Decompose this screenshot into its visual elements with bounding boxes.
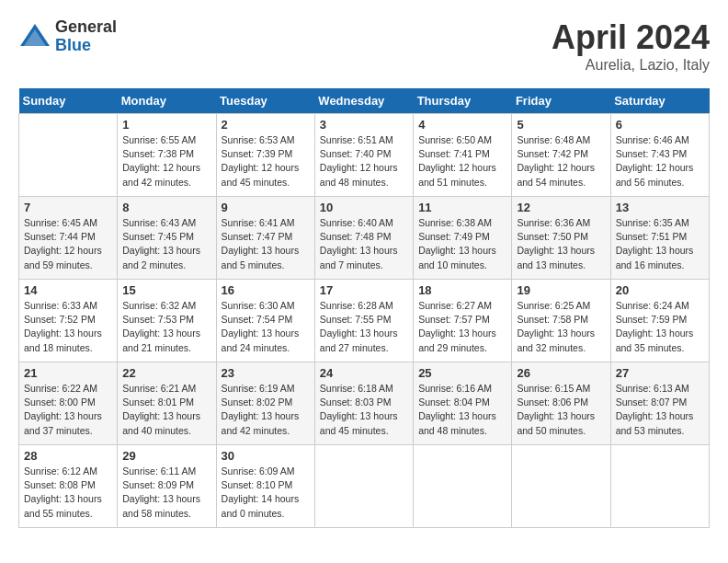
calendar-header-row: SundayMondayTuesdayWednesdayThursdayFrid… [19, 88, 710, 114]
column-header-saturday: Saturday [610, 88, 709, 114]
day-number: 26 [517, 366, 605, 380]
calendar-cell: 24Sunrise: 6:18 AMSunset: 8:03 PMDayligh… [314, 362, 413, 445]
day-number: 6 [616, 118, 704, 132]
calendar-cell: 2Sunrise: 6:53 AMSunset: 7:39 PMDaylight… [216, 114, 314, 197]
day-info: Sunrise: 6:40 AMSunset: 7:48 PMDaylight:… [320, 216, 408, 272]
day-info: Sunrise: 6:22 AMSunset: 8:00 PMDaylight:… [24, 382, 112, 438]
day-info: Sunrise: 6:27 AMSunset: 7:57 PMDaylight:… [418, 299, 506, 355]
day-number: 1 [122, 118, 210, 132]
calendar-cell: 6Sunrise: 6:46 AMSunset: 7:43 PMDaylight… [610, 114, 709, 197]
calendar-week-row: 1Sunrise: 6:55 AMSunset: 7:38 PMDaylight… [19, 114, 710, 197]
column-header-thursday: Thursday [414, 88, 512, 114]
column-header-sunday: Sunday [19, 88, 118, 114]
calendar-cell [512, 445, 610, 528]
day-info: Sunrise: 6:12 AMSunset: 8:08 PMDaylight:… [24, 465, 112, 521]
month-title: April 2024 [552, 18, 710, 57]
calendar-cell: 20Sunrise: 6:24 AMSunset: 7:59 PMDayligh… [610, 280, 709, 362]
calendar-cell: 10Sunrise: 6:40 AMSunset: 7:48 PMDayligh… [314, 197, 413, 280]
calendar-cell: 16Sunrise: 6:30 AMSunset: 7:54 PMDayligh… [216, 280, 314, 362]
day-info: Sunrise: 6:50 AMSunset: 7:41 PMDaylight:… [418, 133, 506, 190]
day-info: Sunrise: 6:19 AMSunset: 8:02 PMDaylight:… [222, 382, 310, 438]
calendar-cell: 13Sunrise: 6:35 AMSunset: 7:51 PMDayligh… [610, 197, 709, 280]
day-number: 30 [222, 449, 310, 463]
day-number: 28 [24, 449, 112, 463]
day-number: 16 [222, 283, 310, 297]
calendar-cell: 5Sunrise: 6:48 AMSunset: 7:42 PMDaylight… [512, 114, 610, 197]
day-info: Sunrise: 6:45 AMSunset: 7:44 PMDaylight:… [24, 216, 112, 272]
day-info: Sunrise: 6:32 AMSunset: 7:53 PMDaylight:… [122, 299, 210, 355]
day-number: 15 [122, 283, 210, 297]
logo-blue: Blue [55, 37, 117, 55]
day-number: 4 [418, 118, 506, 132]
calendar-week-row: 28Sunrise: 6:12 AMSunset: 8:08 PMDayligh… [19, 445, 710, 528]
day-number: 19 [517, 283, 605, 297]
calendar-cell: 3Sunrise: 6:51 AMSunset: 7:40 PMDaylight… [314, 114, 413, 197]
calendar-cell: 11Sunrise: 6:38 AMSunset: 7:49 PMDayligh… [414, 197, 512, 280]
calendar-cell: 15Sunrise: 6:32 AMSunset: 7:53 PMDayligh… [118, 280, 216, 362]
day-number: 18 [418, 283, 506, 297]
day-number: 13 [616, 201, 704, 214]
calendar-cell: 30Sunrise: 6:09 AMSunset: 8:10 PMDayligh… [216, 445, 314, 528]
day-number: 29 [122, 449, 210, 463]
calendar-week-row: 21Sunrise: 6:22 AMSunset: 8:00 PMDayligh… [19, 362, 710, 445]
calendar-cell: 17Sunrise: 6:28 AMSunset: 7:55 PMDayligh… [314, 280, 413, 362]
day-number: 14 [24, 283, 112, 297]
day-info: Sunrise: 6:36 AMSunset: 7:50 PMDaylight:… [517, 216, 605, 272]
day-info: Sunrise: 6:41 AMSunset: 7:47 PMDaylight:… [222, 216, 310, 272]
logo-icon [18, 20, 51, 53]
logo-text: General Blue [55, 18, 117, 55]
day-info: Sunrise: 6:35 AMSunset: 7:51 PMDaylight:… [616, 216, 704, 272]
day-number: 12 [517, 201, 605, 214]
day-info: Sunrise: 6:46 AMSunset: 7:43 PMDaylight:… [616, 133, 704, 190]
calendar-cell: 9Sunrise: 6:41 AMSunset: 7:47 PMDaylight… [216, 197, 314, 280]
day-number: 5 [517, 118, 605, 132]
calendar-cell [414, 445, 512, 528]
title-block: April 2024 Aurelia, Lazio, Italy [552, 18, 710, 74]
calendar-week-row: 7Sunrise: 6:45 AMSunset: 7:44 PMDaylight… [19, 197, 710, 280]
calendar-cell: 21Sunrise: 6:22 AMSunset: 8:00 PMDayligh… [19, 362, 118, 445]
calendar-cell [314, 445, 413, 528]
calendar-cell: 22Sunrise: 6:21 AMSunset: 8:01 PMDayligh… [118, 362, 216, 445]
calendar-cell [19, 114, 118, 197]
calendar-cell [610, 445, 709, 528]
calendar-week-row: 14Sunrise: 6:33 AMSunset: 7:52 PMDayligh… [19, 280, 710, 362]
calendar-cell: 4Sunrise: 6:50 AMSunset: 7:41 PMDaylight… [414, 114, 512, 197]
calendar-cell: 28Sunrise: 6:12 AMSunset: 8:08 PMDayligh… [19, 445, 118, 528]
calendar-table: SundayMondayTuesdayWednesdayThursdayFrid… [18, 88, 710, 528]
day-number: 23 [222, 366, 310, 380]
day-info: Sunrise: 6:21 AMSunset: 8:01 PMDaylight:… [122, 382, 210, 438]
column-header-monday: Monday [118, 88, 216, 114]
calendar-cell: 23Sunrise: 6:19 AMSunset: 8:02 PMDayligh… [216, 362, 314, 445]
calendar-cell: 1Sunrise: 6:55 AMSunset: 7:38 PMDaylight… [118, 114, 216, 197]
day-info: Sunrise: 6:11 AMSunset: 8:09 PMDaylight:… [122, 465, 210, 521]
calendar-cell: 7Sunrise: 6:45 AMSunset: 7:44 PMDaylight… [19, 197, 118, 280]
day-number: 24 [320, 366, 408, 380]
logo-general: General [55, 18, 117, 37]
day-number: 25 [418, 366, 506, 380]
day-number: 20 [616, 283, 704, 297]
day-info: Sunrise: 6:15 AMSunset: 8:06 PMDaylight:… [517, 382, 605, 438]
day-number: 11 [418, 201, 506, 214]
day-info: Sunrise: 6:55 AMSunset: 7:38 PMDaylight:… [122, 133, 210, 190]
day-number: 8 [122, 201, 210, 214]
day-number: 9 [222, 201, 310, 214]
day-number: 17 [320, 283, 408, 297]
day-info: Sunrise: 6:28 AMSunset: 7:55 PMDaylight:… [320, 299, 408, 355]
column-header-friday: Friday [512, 88, 610, 114]
day-number: 2 [222, 118, 310, 132]
page-header: General Blue April 2024 Aurelia, Lazio, … [18, 18, 710, 74]
calendar-cell: 8Sunrise: 6:43 AMSunset: 7:45 PMDaylight… [118, 197, 216, 280]
calendar-cell: 19Sunrise: 6:25 AMSunset: 7:58 PMDayligh… [512, 280, 610, 362]
logo: General Blue [18, 18, 117, 55]
day-info: Sunrise: 6:53 AMSunset: 7:39 PMDaylight:… [222, 133, 310, 190]
location: Aurelia, Lazio, Italy [552, 57, 710, 74]
day-info: Sunrise: 6:48 AMSunset: 7:42 PMDaylight:… [517, 133, 605, 190]
calendar-cell: 18Sunrise: 6:27 AMSunset: 7:57 PMDayligh… [414, 280, 512, 362]
calendar-cell: 26Sunrise: 6:15 AMSunset: 8:06 PMDayligh… [512, 362, 610, 445]
day-number: 21 [24, 366, 112, 380]
day-info: Sunrise: 6:24 AMSunset: 7:59 PMDaylight:… [616, 299, 704, 355]
day-info: Sunrise: 6:43 AMSunset: 7:45 PMDaylight:… [122, 216, 210, 272]
calendar-cell: 25Sunrise: 6:16 AMSunset: 8:04 PMDayligh… [414, 362, 512, 445]
day-number: 7 [24, 201, 112, 214]
day-number: 3 [320, 118, 408, 132]
